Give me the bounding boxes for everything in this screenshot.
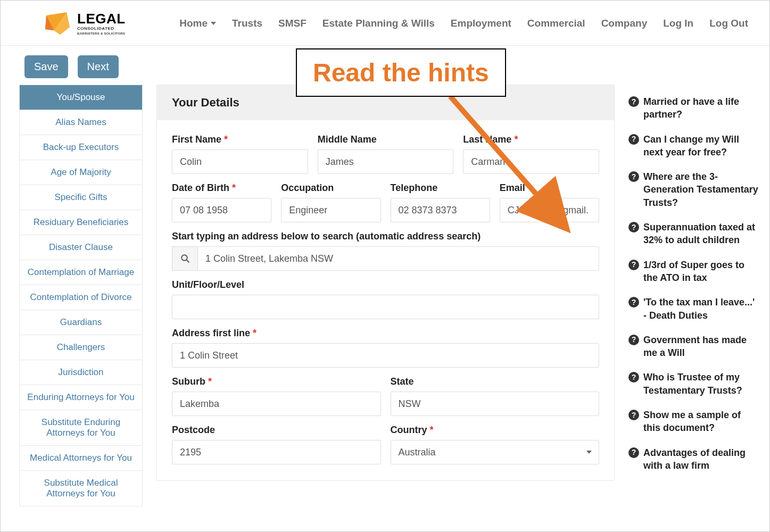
nav-logout[interactable]: Log Out	[709, 18, 748, 29]
hint-item[interactable]: ? Advantages of dealing with a law firm	[628, 446, 759, 472]
logo-text-sub: CONSOLIDATED	[77, 27, 126, 31]
sidebar-item-contemplation-marriage[interactable]: Contemplation of Marriage	[20, 260, 142, 285]
postcode-field[interactable]	[172, 440, 381, 464]
hint-text: 1/3rd of Super goes to the ATO in tax	[643, 259, 759, 285]
sidebar-item-challengers[interactable]: Challengers	[20, 335, 142, 360]
logo-text-tag: BARRISTERS & SOLICITORS	[77, 32, 126, 35]
hints-panel: ? Married or have a life partner? ? Can …	[628, 85, 769, 506]
logo-icon	[43, 11, 72, 36]
label-suburb: Suburb *	[172, 376, 381, 387]
sidebar-item-guardians[interactable]: Guardians	[20, 310, 142, 335]
label-country: Country *	[391, 425, 600, 436]
question-icon: ?	[628, 134, 639, 145]
hint-text: Married or have a life partner?	[643, 95, 759, 121]
label-state: State	[391, 376, 600, 387]
sidebar-item-sub-enduring-attorneys[interactable]: Substitute Enduring Attorneys for You	[20, 410, 142, 445]
hint-text: Show me a sample of this document?	[643, 409, 759, 435]
dob-field[interactable]	[172, 198, 271, 222]
label-address-search: Start typing an address below to search …	[172, 231, 599, 242]
unit-field[interactable]	[172, 295, 599, 319]
telephone-field[interactable]	[391, 198, 490, 222]
next-button[interactable]: Next	[78, 55, 119, 78]
svg-point-0	[181, 255, 187, 261]
hint-item[interactable]: ? 1/3rd of Super goes to the ATO in tax	[628, 259, 759, 285]
label-telephone: Telephone	[391, 182, 490, 194]
nav-commercial[interactable]: Commercial	[527, 18, 585, 29]
top-nav: Home Trusts SMSF Estate Planning & Wills…	[179, 18, 748, 29]
middle-name-field[interactable]	[318, 149, 454, 174]
callout-box: Read the hints	[296, 48, 506, 97]
search-icon	[172, 246, 197, 271]
sidebar-item-residuary-beneficiaries[interactable]: Residuary Beneficiaries	[20, 210, 142, 235]
sidebar-item-age-majority[interactable]: Age of Majority	[20, 160, 142, 185]
question-icon: ?	[628, 297, 639, 307]
last-name-field[interactable]	[463, 149, 599, 174]
question-icon: ?	[628, 410, 639, 420]
nav-smsf[interactable]: SMSF	[278, 18, 307, 29]
label-addr1: Address first line *	[172, 328, 599, 339]
sidebar-item-specific-gifts[interactable]: Specific Gifts	[20, 185, 142, 210]
hint-item[interactable]: ? Where are the 3-Generation Testamentar…	[628, 170, 759, 209]
question-icon: ?	[628, 335, 639, 345]
addr1-field[interactable]	[172, 343, 599, 368]
suburb-field[interactable]	[172, 392, 381, 416]
country-select[interactable]	[391, 440, 600, 464]
sidebar-item-backup-executors[interactable]: Back-up Executors	[20, 135, 142, 160]
save-button[interactable]: Save	[24, 55, 68, 78]
main-content: Your Details First Name * Middle Name	[143, 85, 628, 506]
nav-employment[interactable]: Employment	[451, 18, 511, 29]
nav-login[interactable]: Log In	[663, 18, 693, 29]
label-postcode: Postcode	[172, 425, 381, 436]
hint-item[interactable]: ? Married or have a life partner?	[628, 95, 759, 121]
hint-text: Where are the 3-Generation Testamentary …	[643, 170, 759, 209]
hint-text: Who is Trustee of my Testamentary Trusts…	[643, 371, 759, 397]
svg-line-1	[186, 260, 189, 262]
state-field[interactable]	[391, 392, 600, 416]
sidebar-item-sub-medical-attorneys[interactable]: Substitute Medical Attorneys for You	[20, 470, 142, 506]
hint-item[interactable]: ? Government has made me a Will	[628, 334, 759, 360]
hint-text: Can I change my Will next year for free?	[643, 133, 759, 159]
sidebar: You/Spouse Alias Names Back-up Executors…	[19, 85, 143, 506]
sidebar-item-medical-attorneys[interactable]: Medical Attorneys for You	[20, 445, 142, 470]
hint-text: 'To the tax man I leave...' - Death Duti…	[643, 296, 759, 322]
hint-text: Government has made me a Will	[643, 334, 759, 360]
logo[interactable]: LEGAL CONSOLIDATED BARRISTERS & SOLICITO…	[43, 11, 126, 36]
hint-text: Superannuation taxed at 32% to adult chi…	[643, 221, 759, 247]
label-email: Email	[500, 182, 599, 194]
nav-company[interactable]: Company	[601, 18, 648, 29]
hint-item[interactable]: ? Can I change my Will next year for fre…	[628, 133, 759, 159]
sidebar-item-contemplation-divorce[interactable]: Contemplation of Divorce	[20, 285, 142, 310]
question-icon: ?	[628, 222, 639, 232]
label-unit: Unit/Floor/Level	[172, 279, 599, 290]
site-header: LEGAL CONSOLIDATED BARRISTERS & SOLICITO…	[1, 1, 769, 46]
hint-item[interactable]: ? Who is Trustee of my Testamentary Trus…	[628, 371, 759, 397]
nav-estate[interactable]: Estate Planning & Wills	[322, 18, 435, 29]
hint-item[interactable]: ? Show me a sample of this document?	[628, 409, 759, 435]
address-search-field[interactable]	[197, 246, 599, 271]
first-name-field[interactable]	[172, 149, 308, 174]
question-icon: ?	[628, 171, 639, 182]
occupation-field[interactable]	[281, 198, 380, 222]
form-card: Your Details First Name * Middle Name	[156, 85, 615, 481]
question-icon: ?	[628, 447, 639, 458]
sidebar-item-disaster-clause[interactable]: Disaster Clause	[20, 235, 142, 260]
sidebar-item-you-spouse[interactable]: You/Spouse	[20, 85, 142, 110]
label-middle-name: Middle Name	[318, 134, 454, 145]
hint-item[interactable]: ? Superannuation taxed at 32% to adult c…	[628, 221, 759, 247]
label-last-name: Last Name *	[463, 134, 599, 145]
hint-text: Advantages of dealing with a law firm	[643, 446, 759, 472]
sidebar-item-enduring-attorneys[interactable]: Enduring Attorneys for You	[20, 385, 142, 410]
sidebar-item-alias-names[interactable]: Alias Names	[20, 110, 142, 135]
nav-home-label: Home	[179, 18, 208, 29]
sidebar-item-jurisdiction[interactable]: Jurisdiction	[20, 360, 142, 385]
hint-item[interactable]: ? 'To the tax man I leave...' - Death Du…	[628, 296, 759, 322]
logo-text-top: LEGAL	[77, 11, 126, 27]
nav-home[interactable]: Home	[179, 18, 216, 29]
question-icon: ?	[628, 96, 639, 107]
chevron-down-icon	[211, 22, 216, 25]
question-icon: ?	[628, 372, 639, 383]
email-field[interactable]	[500, 198, 599, 222]
label-dob: Date of Birth *	[172, 182, 271, 194]
nav-trusts[interactable]: Trusts	[232, 18, 262, 29]
label-first-name: First Name *	[172, 134, 308, 145]
